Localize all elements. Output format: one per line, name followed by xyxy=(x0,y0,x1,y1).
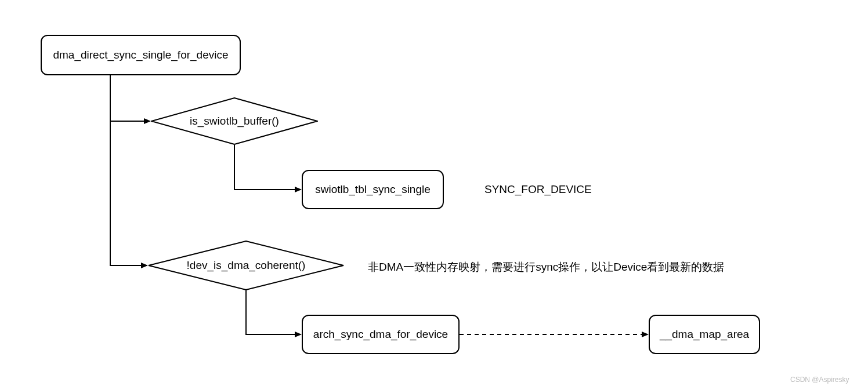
decision1-label: is_swiotlb_buffer() xyxy=(190,115,279,128)
action3-label: __dma_map_area xyxy=(660,328,749,341)
node-root: dma_direct_sync_single_for_device xyxy=(41,35,241,75)
annotation-sync-for-device: SYNC_FOR_DEVICE xyxy=(484,183,592,196)
action2-label: arch_sync_dma_for_device xyxy=(313,328,448,341)
flowchart-canvas: dma_direct_sync_single_for_device is_swi… xyxy=(0,0,868,386)
watermark: CSDN @Aspiresky xyxy=(790,376,849,384)
edge-root-to-decision2 xyxy=(110,75,147,265)
edge-decision1-to-action1 xyxy=(234,145,301,190)
node-dma-map-area: __dma_map_area xyxy=(649,315,760,354)
annotation-non-dma-coherent: 非DMA一致性内存映射，需要进行sync操作，以让Device看到最新的数据 xyxy=(368,260,724,275)
node-root-label: dma_direct_sync_single_for_device xyxy=(53,49,228,61)
watermark-text: CSDN @Aspiresky xyxy=(790,376,849,384)
node-decision-dev-is-dma-coherent: !dev_is_dma_coherent() xyxy=(148,241,344,290)
node-swiotlb-tbl-sync-single: swiotlb_tbl_sync_single xyxy=(302,170,444,209)
edge-decision2-to-action2 xyxy=(246,290,301,334)
annot1-label: SYNC_FOR_DEVICE xyxy=(484,183,592,195)
node-decision-is-swiotlb-buffer: is_swiotlb_buffer() xyxy=(151,97,318,145)
decision2-label: !dev_is_dma_coherent() xyxy=(187,259,306,272)
node-arch-sync-dma-for-device: arch_sync_dma_for_device xyxy=(302,315,460,354)
edge-root-to-decision1 xyxy=(110,75,150,121)
action1-label: swiotlb_tbl_sync_single xyxy=(315,183,431,196)
annot2-label: 非DMA一致性内存映射，需要进行sync操作，以让Device看到最新的数据 xyxy=(368,261,724,273)
